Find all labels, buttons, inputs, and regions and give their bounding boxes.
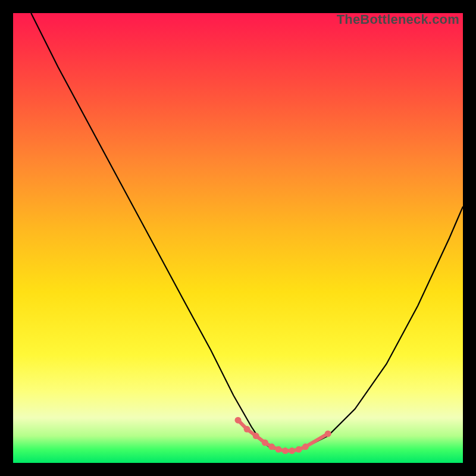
valley-dot [262,440,268,446]
valley-dot [235,417,242,424]
bottleneck-curve [31,13,463,452]
curve-group [31,13,463,454]
valley-dot [325,430,331,437]
valley-dot [275,446,282,453]
valley-dot [302,443,309,450]
valley-dot [296,446,302,453]
chart-frame: TheBottleneck.com [0,0,476,476]
valley-dot [289,447,295,454]
valley-accent-curve [238,420,328,450]
valley-dot [244,426,250,433]
plot-area: TheBottleneck.com [13,13,463,463]
chart-svg [13,13,463,463]
valley-dot [268,443,275,450]
valley-dot [282,447,289,454]
valley-dot [253,433,259,439]
